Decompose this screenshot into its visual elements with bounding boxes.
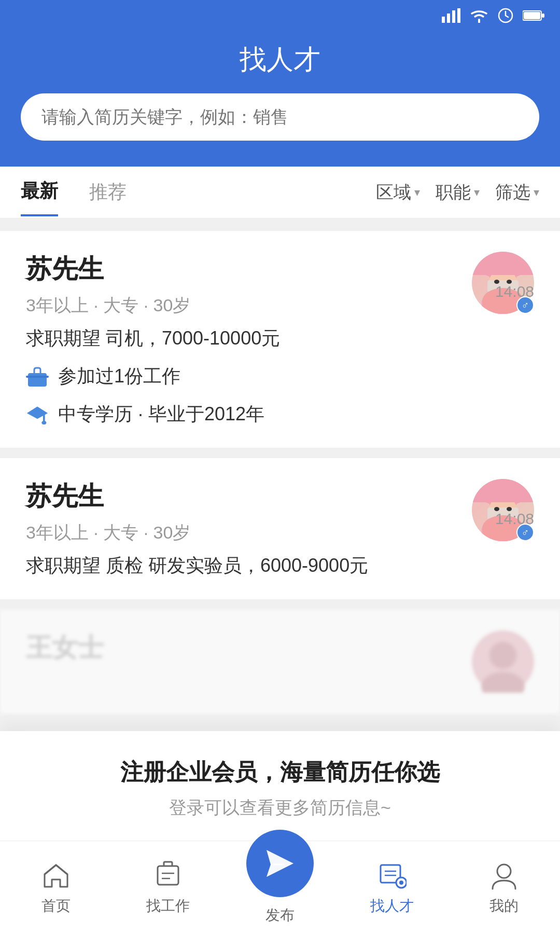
signal-icon bbox=[442, 8, 460, 23]
find-talent-icon bbox=[376, 860, 408, 891]
search-input[interactable] bbox=[41, 107, 519, 127]
candidate-card-2[interactable]: 苏先生 3年以上 · 大专 · 30岁 求职期望 质检 研发实验员，6000-9… bbox=[0, 458, 560, 599]
svg-rect-0 bbox=[442, 17, 445, 23]
candidate-list: 苏先生 3年以上 · 大专 · 30岁 求职期望 司机，7000-10000元 bbox=[0, 218, 560, 726]
bottom-nav: 首页 找工作 发布 bbox=[0, 841, 560, 934]
svg-rect-17 bbox=[28, 373, 47, 387]
nav-item-find-talent[interactable]: 找人才 bbox=[336, 860, 448, 916]
nav-label-find-talent: 找人才 bbox=[370, 896, 414, 916]
login-overlay: 注册企业会员，海量简历任你选 登录可以查看更多简历信息~ bbox=[0, 731, 560, 841]
svg-line-6 bbox=[506, 16, 508, 17]
nav-label-publish: 发布 bbox=[265, 905, 295, 925]
find-job-icon bbox=[152, 860, 184, 891]
tab-latest[interactable]: 最新 bbox=[21, 168, 58, 216]
nav-item-mine[interactable]: 我的 bbox=[448, 860, 560, 916]
svg-rect-18 bbox=[26, 376, 49, 378]
briefcase-icon-1 bbox=[26, 365, 49, 388]
search-bar[interactable] bbox=[21, 93, 539, 141]
card-header-1: 苏先生 3年以上 · 大专 · 30岁 求职期望 司机，7000-10000元 bbox=[26, 252, 534, 351]
card-time-2: 14:08 bbox=[495, 510, 534, 528]
svg-rect-8 bbox=[542, 13, 544, 18]
svg-point-42 bbox=[497, 864, 511, 878]
nav-label-find-job: 找工作 bbox=[146, 896, 190, 916]
login-overlay-title: 注册企业会员，海量简历任你选 bbox=[21, 757, 539, 788]
publish-fab[interactable] bbox=[246, 830, 314, 897]
status-bar bbox=[0, 0, 560, 31]
battery-icon bbox=[523, 9, 544, 22]
filter-screen[interactable]: 筛选 ▾ bbox=[495, 181, 539, 204]
graduation-icon-1 bbox=[26, 403, 49, 426]
nav-label-mine: 我的 bbox=[489, 896, 519, 916]
nav-item-find-job[interactable]: 找工作 bbox=[112, 860, 224, 916]
svg-rect-20 bbox=[43, 414, 45, 422]
svg-point-41 bbox=[399, 881, 403, 885]
header: 找人才 bbox=[0, 31, 560, 167]
card-time-1: 14:08 bbox=[495, 283, 534, 300]
candidate-name-2: 苏先生 3年以上 · 大专 · 30岁 求职期望 质检 研发实验员，6000-9… bbox=[26, 479, 368, 579]
chevron-down-icon: ▾ bbox=[414, 186, 420, 199]
svg-marker-35 bbox=[267, 850, 293, 877]
candidate-card-3-blurred: 王女士 bbox=[0, 610, 560, 713]
mine-icon bbox=[488, 860, 520, 891]
svg-rect-3 bbox=[457, 8, 460, 23]
nav-item-publish[interactable]: 发布 bbox=[224, 850, 336, 925]
filter-function[interactable]: 职能 ▾ bbox=[436, 181, 480, 204]
card-header-3: 王女士 bbox=[26, 630, 534, 693]
svg-rect-2 bbox=[452, 10, 455, 23]
edu-info-1: 中专学历 · 毕业于2012年 bbox=[26, 402, 534, 427]
nav-item-home[interactable]: 首页 bbox=[0, 860, 112, 916]
tab-recommended[interactable]: 推荐 bbox=[89, 169, 127, 215]
filter-group: 区域 ▾ 职能 ▾ 筛选 ▾ bbox=[376, 181, 539, 204]
login-overlay-subtitle: 登录可以查看更多简历信息~ bbox=[21, 796, 539, 820]
candidate-name-1: 苏先生 3年以上 · 大专 · 30岁 求职期望 司机，7000-10000元 bbox=[26, 252, 280, 351]
clock-icon bbox=[498, 8, 513, 23]
candidate-name-3: 王女士 bbox=[26, 630, 104, 665]
svg-point-21 bbox=[41, 420, 46, 424]
nav-label-home: 首页 bbox=[41, 896, 71, 916]
chevron-down-icon: ▾ bbox=[474, 186, 480, 199]
chevron-down-icon: ▾ bbox=[534, 186, 539, 199]
filter-region[interactable]: 区域 ▾ bbox=[376, 181, 420, 204]
card-header-2: 苏先生 3年以上 · 大专 · 30岁 求职期望 质检 研发实验员，6000-9… bbox=[26, 479, 534, 579]
work-info-1: 参加过1份工作 bbox=[26, 364, 534, 389]
wifi-icon bbox=[470, 8, 488, 23]
avatar-3 bbox=[472, 630, 534, 693]
page-title: 找人才 bbox=[21, 42, 539, 78]
svg-rect-1 bbox=[447, 13, 450, 23]
svg-rect-32 bbox=[158, 866, 178, 885]
tabs-row: 最新 推荐 区域 ▾ 职能 ▾ 筛选 ▾ bbox=[0, 167, 560, 218]
home-icon bbox=[40, 860, 72, 891]
svg-point-30 bbox=[489, 642, 516, 669]
svg-rect-9 bbox=[524, 12, 540, 19]
candidate-card-1[interactable]: 苏先生 3年以上 · 大专 · 30岁 求职期望 司机，7000-10000元 bbox=[0, 231, 560, 448]
